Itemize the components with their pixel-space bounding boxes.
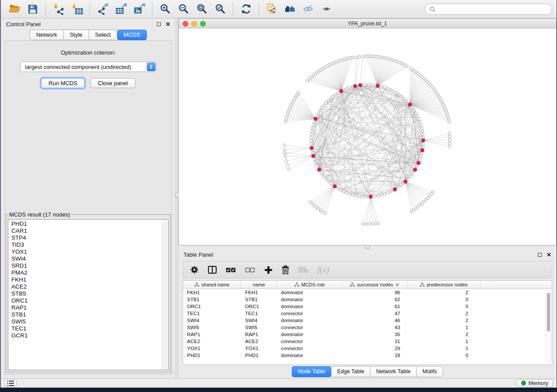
first-neighbors-button[interactable] [283, 2, 297, 16]
column-header-name[interactable]: name [241, 281, 277, 289]
minimize-window-button[interactable] [191, 21, 197, 27]
zoom-selected-button[interactable] [213, 2, 227, 16]
tab-network[interactable]: Network [30, 30, 63, 40]
export-network-button[interactable] [96, 2, 110, 16]
table-cell: YOX1 [241, 346, 277, 351]
table-row[interactable]: STB1STB1dominator620 [183, 296, 552, 303]
column-header-successor-nodes[interactable]: successor nodes [343, 281, 407, 289]
table-cell: SWI5 [183, 325, 241, 330]
maximize-window-button[interactable] [200, 21, 206, 27]
tab-mcds[interactable]: MCDS [117, 30, 147, 40]
save-icon [27, 3, 38, 15]
list-item[interactable]: PMA2 [11, 269, 161, 276]
export-table-button[interactable] [114, 2, 128, 16]
toolbar-separator [45, 3, 46, 16]
function-builder-button[interactable]: f(x) [318, 265, 329, 275]
select-stepper-icon [147, 62, 156, 71]
list-item[interactable]: SWI4 [11, 255, 161, 262]
run-mcds-button[interactable]: Run MCDS [41, 78, 85, 88]
table-row[interactable]: SWI5SWI5connector431 [183, 324, 552, 331]
scrollbar-thumb[interactable] [547, 293, 550, 331]
close-panel-button[interactable]: Close panel [90, 78, 135, 88]
network-canvas[interactable] [179, 28, 556, 245]
toolbar-separator [152, 3, 152, 16]
search-box[interactable] [425, 3, 552, 15]
list-item[interactable]: SRD1 [11, 262, 161, 269]
tab-node-table[interactable]: Node Table [292, 366, 331, 377]
delete-column-button[interactable] [282, 265, 289, 274]
memory-button[interactable]: Memory [516, 379, 553, 387]
column-header-mcds-role[interactable]: MCDS role [277, 281, 343, 289]
list-item[interactable]: GCR1 [11, 332, 161, 339]
export-table-icon [115, 3, 127, 15]
panel-list-button[interactable] [4, 379, 17, 387]
list-item[interactable]: STB5 [11, 290, 161, 297]
table-splitter[interactable] [178, 245, 557, 249]
list-item[interactable]: FKH1 [11, 276, 161, 283]
table-row[interactable]: ORC1ORC1dominator610 [183, 303, 552, 310]
zoom-out-button[interactable] [176, 2, 190, 16]
list-item[interactable]: PHD1 [11, 220, 161, 227]
panel-splitter[interactable] [176, 18, 178, 378]
search-input[interactable] [438, 6, 547, 13]
table-scrollbar[interactable] [546, 290, 551, 363]
list-item[interactable]: SWI5 [11, 318, 161, 325]
list-item[interactable]: YOX1 [11, 248, 161, 255]
hide-selected-button[interactable] [301, 2, 315, 16]
list-item[interactable]: STP4 [11, 234, 161, 241]
refresh-layout-button[interactable] [239, 2, 253, 16]
zoom-fit-button[interactable] [195, 2, 209, 16]
save-session-button[interactable] [26, 2, 40, 16]
column-header-predecessor-nodes[interactable]: predecessor nodes [407, 281, 481, 289]
zoom-in-button[interactable] [158, 2, 172, 16]
table-row[interactable]: PHD1PHD1dominator180 [183, 352, 552, 359]
float-panel-icon[interactable] [538, 253, 542, 257]
list-item[interactable]: TID3 [11, 241, 161, 248]
table-row[interactable]: TEC1TEC1connector472 [183, 310, 552, 317]
table-settings-button[interactable] [190, 265, 199, 274]
splitter-grip[interactable] [365, 245, 370, 249]
list-item[interactable]: RAP1 [11, 304, 161, 311]
tab-style[interactable]: Style [63, 30, 89, 40]
list-scrollbar[interactable] [162, 220, 168, 369]
tab-network-table[interactable]: Network Table [370, 366, 416, 377]
table-row[interactable]: FKH1FKH1dominator962 [183, 289, 552, 296]
search-icon [429, 6, 436, 12]
close-window-button[interactable] [183, 21, 188, 27]
import-network-button[interactable] [52, 2, 66, 16]
tab-motifs[interactable]: Motifs [416, 366, 443, 377]
float-panel-icon[interactable] [157, 22, 161, 26]
table-row[interactable]: YOX1YOX1connector291 [183, 345, 552, 352]
open-file-button[interactable] [7, 2, 21, 16]
duplicate-network-icon [266, 3, 278, 15]
show-all-button[interactable] [320, 2, 334, 16]
optimization-select[interactable]: largest connected component (undirected) [20, 62, 156, 72]
toggle-columns-button[interactable] [208, 266, 217, 274]
list-item[interactable]: TEC1 [11, 325, 161, 332]
table-row[interactable]: RAP1RAP1dominator352 [183, 331, 552, 338]
list-item[interactable]: ACE2 [11, 283, 161, 290]
mcds-result-list[interactable]: PHD1CAR1STP4TID3YOX1SWI4SRD1PMA2FKH1ACE2… [8, 219, 169, 370]
close-panel-icon[interactable]: ✕ [547, 252, 551, 258]
export-image-button[interactable] [132, 2, 146, 16]
add-column-button[interactable] [264, 266, 273, 274]
tab-select[interactable]: Select [89, 30, 117, 40]
table-tabs: Node Table Edge Table Network Table Moti… [178, 365, 557, 378]
close-panel-icon[interactable]: ✕ [166, 21, 170, 27]
tab-edge-table[interactable]: Edge Table [331, 366, 370, 377]
table-cell: TEC1 [241, 311, 277, 316]
duplicate-network-button[interactable] [265, 2, 279, 16]
deselect-all-columns-button[interactable] [245, 268, 255, 272]
import-table-button[interactable] [70, 2, 84, 16]
open-folder-icon [9, 3, 21, 15]
table-row[interactable]: SWI4SWI4dominator462 [183, 317, 552, 324]
column-header-shared-name[interactable]: shared name [183, 281, 241, 289]
list-item[interactable]: CAR1 [11, 227, 161, 234]
table-cell: ACE2 [241, 339, 277, 344]
list-item[interactable]: ORC1 [11, 297, 161, 304]
list-item[interactable]: STB1 [11, 311, 161, 318]
delete-table-button[interactable] [298, 267, 308, 273]
select-all-columns-button[interactable] [226, 268, 236, 272]
network-graph[interactable] [179, 28, 556, 245]
table-row[interactable]: ACE2ACE2connector311 [183, 338, 552, 345]
